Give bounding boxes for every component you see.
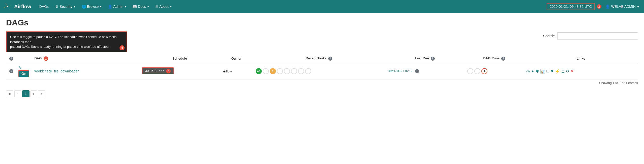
task-circle-empty-3 — [284, 68, 290, 74]
td-schedule: 30 05,17 * * * 3 — [139, 63, 220, 79]
recent-tasks-info-icon[interactable]: i — [328, 57, 332, 61]
dag-runs-info-icon[interactable]: i — [501, 57, 505, 61]
grid-icon: ⊞ — [155, 5, 158, 9]
pagination-prev[interactable]: ‹ — [14, 90, 21, 97]
toggle-button[interactable]: On — [18, 70, 29, 77]
tooltip-text: Use this toggle to pause a DAG. The sche… — [10, 35, 116, 49]
table-info-icon[interactable]: i — [9, 57, 13, 61]
docs-caret: ▾ — [148, 5, 149, 8]
table-row: i ✎ On worldcheck_file_downloader 30 05,… — [6, 63, 638, 79]
nav-right: 2020-01-21, 09:43:32 UTC 2 👤 WELAB ADMIN… — [547, 3, 641, 10]
td-dag-runs: 4 — [465, 63, 524, 79]
schedule-annotation-badge: 3 — [166, 69, 171, 73]
docs-icon: 📖 — [133, 5, 137, 9]
task-circle-empty-6 — [305, 68, 311, 74]
pagination-last[interactable]: » — [38, 90, 45, 97]
tries-icon[interactable]: ⚡ — [555, 69, 560, 74]
task-circle-empty-4 — [291, 68, 297, 74]
tooltip-badge: 4 — [120, 45, 125, 50]
datetime-text: 2020-01-21, 09:43:32 UTC — [550, 5, 592, 9]
run-circle-empty-1 — [467, 68, 473, 74]
pagination: « ‹ 1 › » — [6, 90, 638, 97]
td-info: i — [6, 63, 16, 79]
task-circle-green[interactable]: 46 — [256, 68, 262, 74]
nav-docs[interactable]: 📖 Docs ▾ — [130, 3, 152, 11]
user-label: WELAB ADMIN — [611, 5, 636, 9]
nav-admin[interactable]: 👤 Admin ▾ — [105, 3, 129, 11]
gantt-icon[interactable]: □ — [546, 69, 549, 73]
user-menu[interactable]: 👤 WELAB ADMIN ▾ — [603, 3, 641, 10]
th-schedule: Schedule — [139, 54, 220, 63]
search-area: Search: — [543, 32, 638, 39]
nav-security[interactable]: ⚙ Security ▾ — [52, 3, 78, 11]
th-dag-runs: DAG Runs i — [465, 54, 524, 63]
dags-table: i DAG 1 Schedule Owner Recent Tasks — [6, 54, 638, 79]
svg-point-0 — [7, 6, 8, 7]
user-icon: 👤 — [108, 5, 112, 9]
security-caret: ▾ — [74, 5, 75, 8]
links-icons: ◷ ✦ ✱ 📊 □ ⚑ ⚡ ≣ ↺ ✕ — [526, 69, 635, 74]
td-last-run: 2020-01-21 02:55 i — [385, 63, 465, 79]
graph-view-icon[interactable]: ✱ — [536, 69, 539, 74]
dag-edit-icon[interactable]: ✎ — [18, 66, 22, 70]
run-circle-empty-2 — [474, 68, 480, 74]
td-toggle: ✎ On — [16, 63, 32, 79]
search-input[interactable] — [557, 32, 638, 39]
tree-view-icon[interactable]: ✦ — [531, 69, 534, 74]
table-wrapper: i DAG 1 Schedule Owner Recent Tasks — [6, 54, 638, 79]
task-circle-empty-2 — [277, 68, 283, 74]
dag-name-link[interactable]: worldcheck_file_downloader — [34, 69, 79, 73]
task-circle-empty-5 — [298, 68, 304, 74]
last-run-info-icon[interactable]: i — [431, 57, 435, 61]
pagination-first[interactable]: « — [6, 90, 13, 97]
left-header: Use this toggle to pause a DAG. The sche… — [6, 31, 127, 52]
navbar: Airflow DAGs ⚙ Security ▾ 🌐 Browse ▾ 👤 A… — [0, 0, 644, 13]
th-recent-tasks: Recent Tasks i — [253, 54, 385, 63]
about-caret: ▾ — [170, 5, 171, 8]
task-circle-orange[interactable]: 1 — [270, 68, 276, 74]
td-links: ◷ ✦ ✱ 📊 □ ⚑ ⚡ ≣ ↺ ✕ — [524, 63, 638, 79]
nav-dags[interactable]: DAGs — [36, 3, 52, 11]
pagination-next[interactable]: › — [31, 90, 37, 97]
admin-caret: ▾ — [125, 5, 126, 8]
user-caret: ▾ — [637, 5, 639, 9]
landing-times-icon[interactable]: ⚑ — [550, 69, 554, 74]
pagination-current[interactable]: 1 — [22, 90, 30, 97]
th-info: i — [6, 54, 16, 63]
trigger-dag-icon[interactable]: ◷ — [526, 69, 530, 74]
datetime-box: 2020-01-21, 09:43:32 UTC — [547, 3, 595, 10]
windmill-icon — [3, 2, 12, 11]
run-circle-num[interactable]: 4 — [481, 68, 487, 74]
globe-icon: 🌐 — [82, 5, 86, 9]
task-circles: 46 1 — [256, 68, 383, 74]
showing-text: Showing 1 to 1 of 1 entries — [6, 79, 638, 86]
delete-icon[interactable]: ✕ — [570, 69, 574, 74]
th-dag: DAG 1 — [32, 54, 139, 63]
user-avatar-icon: 👤 — [605, 5, 610, 9]
page-content: DAGs Use this toggle to pause a DAG. The… — [0, 13, 644, 102]
logs-icon[interactable]: ↺ — [566, 69, 569, 74]
nav-browse[interactable]: 🌐 Browse ▾ — [79, 3, 105, 11]
brand-name: Airflow — [14, 4, 31, 10]
brand-link[interactable]: Airflow — [3, 2, 31, 11]
table-header-row: i DAG 1 Schedule Owner Recent Tasks — [6, 54, 638, 63]
row-info-icon[interactable]: i — [9, 69, 13, 73]
task-circle-empty-1 — [263, 68, 269, 74]
td-recent-tasks: 46 1 — [253, 63, 385, 79]
th-last-run: Last Run i — [385, 54, 465, 63]
last-run-row-info-icon[interactable]: i — [415, 69, 419, 73]
page-title: DAGs — [6, 18, 638, 27]
tooltip-box: Use this toggle to pause a DAG. The sche… — [6, 31, 127, 52]
last-run-link[interactable]: 2020-01-21 02:55 — [387, 69, 413, 73]
nav-about[interactable]: ⊞ About ▾ — [152, 3, 174, 11]
notification-badge[interactable]: 2 — [597, 4, 601, 9]
schedule-badge: 30 05,17 * * * 3 — [142, 67, 174, 74]
header-area: Use this toggle to pause a DAG. The sche… — [6, 31, 638, 52]
code-icon[interactable]: ≣ — [561, 69, 565, 74]
dag-annotation-badge: 1 — [44, 56, 48, 61]
nav-items: DAGs ⚙ Security ▾ 🌐 Browse ▾ 👤 Admin ▾ 📖… — [36, 3, 547, 11]
browse-caret: ▾ — [100, 5, 101, 8]
th-owner: Owner — [220, 54, 253, 63]
search-label: Search: — [543, 34, 555, 38]
duration-icon[interactable]: 📊 — [540, 69, 545, 74]
